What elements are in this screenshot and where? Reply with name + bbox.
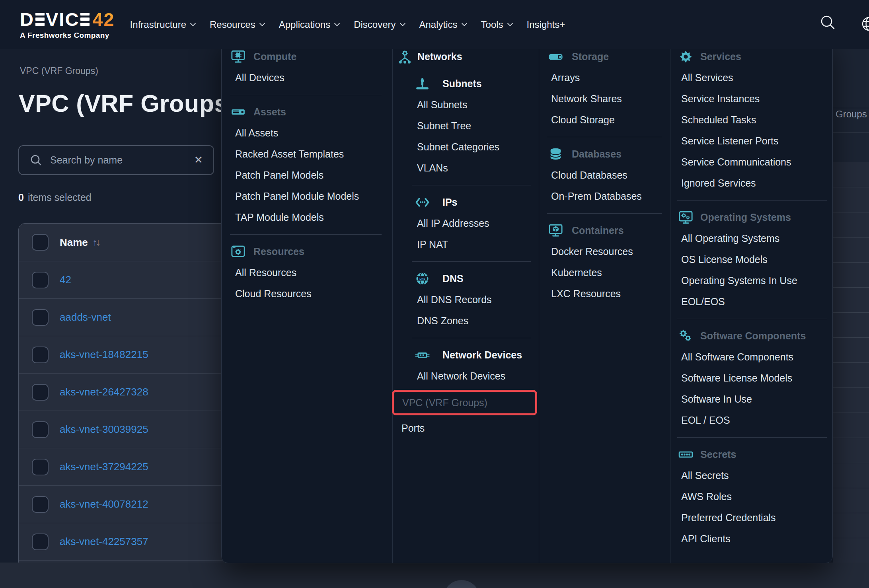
row-checkbox[interactable] [32, 533, 49, 550]
menu-item-cloud-resources[interactable]: Cloud Resources [222, 283, 392, 304]
row-checkbox[interactable] [32, 272, 49, 288]
name-column-header[interactable]: Name [60, 236, 88, 249]
logo-letter: D [20, 10, 34, 29]
search-by-name-field[interactable]: ✕ [18, 145, 214, 175]
menu-item-vlans[interactable]: VLANs [393, 158, 539, 179]
menu-item-all-services[interactable]: All Services [670, 67, 833, 88]
menu-section-dns: DNSDNS [393, 268, 539, 289]
menu-item-all-dns-records[interactable]: All DNS Records [393, 289, 539, 310]
menu-item-on-prem-databases[interactable]: On-Prem Databases [539, 186, 670, 207]
menu-item-aws-roles[interactable]: AWS Roles [670, 486, 833, 507]
menu-item-api-clients[interactable]: API Clients [670, 528, 833, 549]
row-checkbox[interactable] [32, 459, 49, 475]
clear-search-icon[interactable]: ✕ [194, 155, 203, 165]
menu-item-ignored-services[interactable]: Ignored Services [670, 173, 833, 194]
nav-item-applications[interactable]: Applications [279, 19, 339, 30]
row-link[interactable]: aks-vnet-40078212 [60, 498, 148, 510]
search-input[interactable] [50, 154, 194, 166]
menu-item-all-ip-addresses[interactable]: All IP Addresses [393, 213, 539, 234]
menu-section-databases: Databases [539, 144, 670, 165]
menu-item-dns-zones[interactable]: DNS Zones [393, 310, 539, 331]
menu-item-docker-resources[interactable]: Docker Resources [539, 241, 670, 262]
row-checkbox[interactable] [32, 496, 49, 513]
menu-item-service-instances[interactable]: Service Instances [670, 88, 833, 109]
menu-item-subnet-categories[interactable]: Subnet Categories [393, 136, 539, 158]
menu-item-cloud-databases[interactable]: Cloud Databases [539, 165, 670, 186]
nav-item-analytics[interactable]: Analytics [419, 19, 466, 30]
select-all-checkbox[interactable] [32, 234, 49, 251]
menu-item-lxc-resources[interactable]: LXC Resources [539, 283, 670, 304]
nav-item-infrastructure[interactable]: Infrastructure [130, 19, 195, 30]
nav-item-insights[interactable]: Insights+ [527, 19, 565, 30]
menu-item-eol-eos[interactable]: EOL/EOS [670, 291, 833, 312]
menu-item-scheduled-tasks[interactable]: Scheduled Tasks [670, 109, 833, 130]
menu-item-ports[interactable]: Ports [393, 418, 539, 439]
nav-item-label: Infrastructure [130, 19, 186, 30]
row-link[interactable]: aks-vnet-30039925 [60, 423, 148, 436]
row-checkbox[interactable] [32, 309, 49, 326]
selection-status: 0items selected [18, 192, 92, 203]
menu-divider [547, 137, 662, 137]
menu-column-1: NetworksSubnetsAll SubnetsSubnet TreeSub… [392, 36, 539, 563]
strip-divider [833, 132, 869, 132]
resources-icon [230, 244, 246, 259]
menu-item-service-listener-ports[interactable]: Service Listener Ports [670, 130, 833, 152]
sort-icon[interactable]: ↑↓ [93, 237, 99, 248]
menu-item-all-software-components[interactable]: All Software Components [670, 347, 833, 368]
menu-section-title: Containers [572, 225, 624, 236]
nav-item-discovery[interactable]: Discovery [354, 19, 404, 30]
menu-item-preferred-credentials[interactable]: Preferred Credentials [670, 507, 833, 528]
row-link[interactable]: aadds-vnet [60, 311, 111, 323]
menu-section-title: Networks [417, 51, 462, 62]
menu-item-kubernetes[interactable]: Kubernetes [539, 262, 670, 283]
menu-item-patch-panel-models[interactable]: Patch Panel Models [222, 165, 392, 186]
menu-item-all-assets[interactable]: All Assets [222, 123, 392, 144]
menu-item-patch-panel-module-models[interactable]: Patch Panel Module Models [222, 186, 392, 207]
menu-item-all-secrets[interactable]: All Secrets [670, 465, 833, 486]
nav-item-resources[interactable]: Resources [210, 19, 264, 30]
menu-item-subnet-tree[interactable]: Subnet Tree [393, 115, 539, 136]
menu-item-all-subnets[interactable]: All Subnets [393, 94, 539, 115]
search-icon[interactable] [819, 14, 837, 33]
row-link[interactable]: aks-vnet-18482215 [60, 349, 148, 361]
menu-section-title: Network Devices [442, 349, 522, 361]
row-checkbox[interactable] [32, 421, 49, 438]
globe-icon[interactable] [858, 13, 869, 37]
menu-divider [677, 437, 827, 438]
logo-letter: C [65, 10, 79, 29]
row-checkbox[interactable] [32, 347, 49, 363]
nav-item-tools[interactable]: Tools [481, 19, 512, 30]
menu-item-operating-systems-in-use[interactable]: Operating Systems In Use [670, 270, 833, 291]
menu-item-software-license-models[interactable]: Software License Models [670, 368, 833, 389]
row-link[interactable]: 42 [60, 274, 71, 286]
menu-item-arrays[interactable]: Arrays [539, 67, 670, 88]
menu-item-eol-eos[interactable]: EOL / EOS [670, 410, 833, 431]
menu-item-service-communications[interactable]: Service Communications [670, 152, 833, 173]
menu-item-all-devices[interactable]: All Devices [222, 67, 392, 88]
menu-item-all-operating-systems[interactable]: All Operating Systems [670, 228, 833, 249]
menu-item-software-in-use[interactable]: Software In Use [670, 389, 833, 410]
logo-letter: I [59, 10, 65, 29]
row-link[interactable]: aks-vnet-42257357 [60, 535, 148, 548]
row-checkbox[interactable] [32, 384, 49, 401]
menu-item-vpc-vrf-groups[interactable]: VPC (VRF Groups) [394, 397, 487, 409]
menu-item-all-resources[interactable]: All Resources [222, 262, 392, 283]
menu-item-ip-nat[interactable]: IP NAT [393, 234, 539, 255]
menu-item-os-license-models[interactable]: OS License Models [670, 249, 833, 270]
row-link[interactable]: aks-vnet-26427328 [60, 386, 148, 398]
row-link[interactable]: aks-vnet-37294225 [60, 461, 148, 473]
menu-item-tap-module-models[interactable]: TAP Module Models [222, 207, 392, 228]
menu-section-networks: Networks [393, 46, 539, 67]
nav-item-label: Insights+ [527, 19, 565, 30]
device42-logo[interactable]: DVIC42 A Freshworks Company [20, 9, 115, 40]
menu-divider [412, 338, 531, 338]
selected-label: items selected [28, 192, 92, 203]
menu-item-cloud-storage[interactable]: Cloud Storage [539, 109, 670, 130]
compute-icon [230, 49, 246, 64]
menu-item-network-shares[interactable]: Network Shares [539, 88, 670, 109]
menu-item-all-network-devices[interactable]: All Network Devices [393, 366, 539, 387]
menu-item-racked-asset-templates[interactable]: Racked Asset Templates [222, 144, 392, 165]
logo-subtitle: A Freshworks Company [20, 31, 115, 40]
chevron-down-icon [259, 20, 265, 26]
menu-divider [230, 234, 382, 235]
